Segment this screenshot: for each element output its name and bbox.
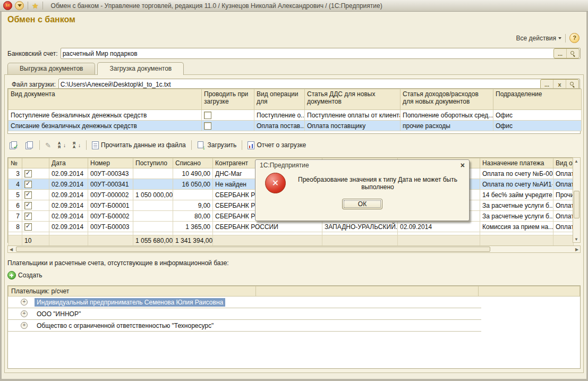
horizontal-scrollbar[interactable]: ◀ ▶ bbox=[7, 245, 581, 253]
totals-cell[interactable] bbox=[8, 235, 22, 246]
counterparty-bank-cell[interactable]: ЗАПАДНО-УРАЛЬСКИЙ... bbox=[322, 222, 398, 232]
payment-purpose-cell[interactable]: Комиссия за прием на... bbox=[480, 222, 553, 232]
date-cell[interactable]: 02.09.2014 bbox=[49, 211, 88, 222]
row-checkbox[interactable] bbox=[24, 170, 32, 177]
column-header[interactable]: Статья доходов/расходов для новых докуме… bbox=[400, 89, 493, 110]
vertical-scrollbar[interactable]: ▲ ▼ bbox=[573, 157, 581, 243]
doc-type-cell[interactable]: Поступление безналичных денежных средств bbox=[8, 110, 202, 121]
checkbox-cell[interactable] bbox=[22, 179, 49, 190]
window-titlebar[interactable]: 1с ★ Обмен с банком - Управление торговл… bbox=[0, 0, 588, 12]
row-checkbox[interactable] bbox=[24, 213, 32, 220]
incoming-date-cell[interactable]: 02.09.2014 bbox=[398, 222, 480, 232]
payer-name[interactable]: Общество с ограниченной ответственностью… bbox=[35, 321, 216, 330]
payment-purpose-cell[interactable]: Оплата по счету №АИ1-... bbox=[480, 179, 553, 190]
load-file-browse-button[interactable]: ... bbox=[541, 80, 553, 89]
row-number-cell[interactable]: 8 bbox=[8, 222, 22, 232]
column-header[interactable]: Проводить при загрузке bbox=[202, 89, 254, 110]
column-header[interactable]: Вид оп bbox=[553, 158, 574, 168]
operation-kind-cell[interactable]: Оплат bbox=[553, 211, 574, 222]
number-cell[interactable]: 00УТ-Б00001 bbox=[88, 200, 133, 211]
all-actions-button[interactable]: Все действия bbox=[516, 35, 561, 42]
totals-cell[interactable]: 10 bbox=[22, 235, 49, 246]
number-cell[interactable]: 00УТ-Б00002 bbox=[88, 211, 133, 222]
bank-account-search-button[interactable] bbox=[566, 49, 579, 58]
totals-cell[interactable] bbox=[88, 235, 133, 246]
received-cell[interactable] bbox=[133, 211, 173, 222]
date-cell[interactable]: 02.09.2014 bbox=[49, 179, 88, 190]
date-cell[interactable]: 02.09.2014 bbox=[49, 168, 88, 179]
payment-purpose-cell[interactable]: За расчетные услуги б... bbox=[480, 200, 553, 211]
payers-column-header[interactable] bbox=[256, 286, 479, 297]
column-header[interactable]: Подразделение bbox=[493, 89, 582, 110]
income-expense-cell[interactable]: Пополнение оборотных сред... bbox=[400, 110, 493, 121]
create-button[interactable]: Создать bbox=[7, 271, 42, 280]
column-header[interactable]: Поступило bbox=[133, 158, 173, 168]
totals-cell[interactable]: 1 341 394,00 bbox=[173, 235, 213, 246]
uncheck-all-button[interactable] bbox=[23, 140, 36, 150]
row-number-cell[interactable]: 6 bbox=[8, 200, 22, 211]
payers-column-header[interactable]: Плательщик: р/счет bbox=[8, 286, 256, 297]
tab-import-documents[interactable]: Загрузка документов bbox=[97, 62, 184, 75]
payment-purpose-cell[interactable]: Оплата по счету №Б-00... bbox=[480, 168, 553, 179]
operation-kind-cell[interactable]: Оплат bbox=[553, 222, 574, 232]
operation-kind-cell[interactable]: Оплат bbox=[553, 168, 574, 179]
expand-icon[interactable] bbox=[21, 310, 28, 317]
dialog-titlebar[interactable]: 1С:Предприятие × bbox=[255, 160, 469, 170]
column-header[interactable] bbox=[22, 158, 49, 168]
row-checkbox[interactable] bbox=[24, 223, 32, 231]
checkbox-cell[interactable] bbox=[202, 110, 254, 121]
operation-kind-cell[interactable]: Оплат bbox=[553, 179, 574, 190]
income-expense-cell[interactable]: прочие расходы bbox=[400, 121, 493, 131]
payment-purpose-cell[interactable]: За расчетные услуги б... bbox=[480, 211, 553, 222]
sort-descending-button[interactable]: ЯА↓ bbox=[71, 140, 82, 150]
checkbox-cell[interactable] bbox=[22, 168, 49, 179]
column-header[interactable]: Вид операции для bbox=[254, 89, 305, 110]
scroll-down-icon[interactable]: ▼ bbox=[573, 236, 580, 242]
payer-row[interactable]: Общество с ограниченной ответственностью… bbox=[8, 320, 481, 332]
dialog-close-icon[interactable]: × bbox=[461, 162, 465, 168]
written-off-cell[interactable]: 1 365,00 bbox=[173, 222, 213, 232]
received-cell[interactable]: 1 050 000,00 bbox=[133, 190, 173, 200]
help-button[interactable]: ? bbox=[569, 33, 580, 43]
main-menu-button[interactable] bbox=[15, 1, 24, 10]
load-button[interactable]: Загрузить bbox=[195, 140, 238, 150]
date-cell[interactable]: 02.09.2014 bbox=[49, 190, 88, 200]
load-file-search-button[interactable] bbox=[566, 80, 578, 89]
totals-cell[interactable] bbox=[213, 235, 322, 246]
payers-column-header[interactable] bbox=[479, 286, 580, 297]
dds-item-cell[interactable]: Поступление оплаты от клиента bbox=[305, 110, 400, 121]
written-off-cell[interactable]: 9,00 bbox=[173, 200, 213, 211]
expand-icon[interactable] bbox=[21, 322, 28, 329]
payer-name[interactable]: ООО "ИННОР" bbox=[35, 310, 83, 318]
expand-icon[interactable] bbox=[21, 299, 28, 306]
column-header[interactable]: Назначение платежа bbox=[480, 158, 553, 168]
payer-row[interactable]: ООО "ИННОР" bbox=[8, 308, 481, 320]
column-header[interactable]: Дата bbox=[49, 158, 88, 168]
tab-export-documents[interactable]: Выгрузка документов bbox=[7, 63, 95, 74]
number-cell[interactable]: 00УТ-Б00003 bbox=[88, 222, 133, 232]
column-header[interactable]: № bbox=[8, 158, 22, 168]
row-number-cell[interactable]: 3 bbox=[8, 168, 22, 179]
written-off-cell[interactable]: 10 490,00 bbox=[173, 168, 213, 179]
bank-account-input[interactable] bbox=[61, 49, 553, 58]
row-checkbox[interactable] bbox=[24, 191, 32, 199]
written-off-cell[interactable]: 80,00 bbox=[173, 211, 213, 222]
favorites-star-icon[interactable]: ★ bbox=[32, 2, 39, 10]
row-checkbox[interactable] bbox=[24, 202, 32, 209]
checkbox-cell[interactable] bbox=[22, 222, 49, 232]
operation-kind-cell[interactable]: Прочи bbox=[553, 190, 574, 200]
totals-cell[interactable]: 1 055 680,00 bbox=[133, 235, 173, 246]
bank-account-browse-button[interactable]: ... bbox=[554, 49, 566, 58]
received-cell[interactable] bbox=[133, 222, 173, 232]
operation-kind-cell[interactable]: Оплата постав... bbox=[254, 121, 305, 131]
totals-cell[interactable] bbox=[553, 235, 574, 246]
scroll-left-icon[interactable]: ◀ bbox=[8, 246, 14, 252]
column-header[interactable]: Вид документа bbox=[8, 89, 202, 110]
ok-button[interactable]: ОК bbox=[342, 199, 382, 209]
row-number-cell[interactable]: 5 bbox=[8, 190, 22, 200]
written-off-cell[interactable] bbox=[173, 190, 213, 200]
horizontal-scrollbar-thumb[interactable] bbox=[16, 247, 490, 252]
edit-button[interactable]: ✎ bbox=[44, 140, 53, 150]
totals-cell[interactable] bbox=[49, 235, 88, 246]
received-cell[interactable] bbox=[133, 200, 173, 211]
